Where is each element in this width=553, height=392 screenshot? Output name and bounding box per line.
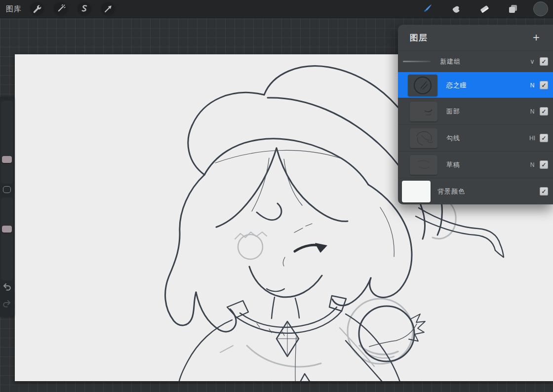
brush-size-handle[interactable] xyxy=(2,156,12,163)
layer-name: 勾线 xyxy=(446,134,460,143)
layer-row[interactable]: 草稿 N ✓ xyxy=(398,151,553,178)
top-toolbar: 图库 xyxy=(0,0,553,18)
layers-icon xyxy=(507,3,519,15)
layers-panel-title: 图层 xyxy=(410,32,428,43)
smudge-finger-icon xyxy=(450,3,462,15)
adjustments-button[interactable] xyxy=(52,1,69,16)
layer-visibility-checkbox[interactable]: ✓ xyxy=(540,81,548,89)
blend-mode-badge[interactable]: N xyxy=(526,108,539,115)
smudge-tool-button[interactable] xyxy=(447,1,464,16)
opacity-slider[interactable] xyxy=(1,197,13,280)
layers-panel: 图层 + 新建组 ∨ ✓ 恋之瞳 N ✓ xyxy=(398,25,553,204)
transform-arrow-icon xyxy=(103,4,113,14)
group-name: 新建组 xyxy=(440,57,461,66)
selection-s-icon xyxy=(79,4,89,14)
background-visibility-checkbox[interactable]: ✓ xyxy=(540,187,548,196)
modify-button[interactable] xyxy=(3,186,11,193)
undo-button[interactable] xyxy=(1,281,12,292)
opacity-handle[interactable] xyxy=(2,226,12,233)
layer-thumbnail xyxy=(410,102,437,121)
layer-thumbnail xyxy=(410,155,437,175)
brush-size-slider[interactable] xyxy=(1,101,13,184)
layer-row-selected[interactable]: 恋之瞳 N ✓ xyxy=(398,72,553,98)
blend-mode-badge[interactable]: N xyxy=(526,161,539,168)
selection-button[interactable] xyxy=(76,1,93,16)
undo-icon xyxy=(2,282,12,291)
layer-row[interactable]: 勾线 HI ✓ xyxy=(398,124,553,151)
group-visibility-checkbox[interactable]: ✓ xyxy=(540,57,548,66)
magic-wand-icon xyxy=(56,4,66,14)
group-thumbnail xyxy=(403,61,431,62)
wrench-icon xyxy=(32,4,42,14)
gallery-button[interactable]: 图库 xyxy=(6,4,22,14)
background-color-thumbnail xyxy=(402,181,431,202)
eraser-icon xyxy=(478,3,490,15)
background-color-name: 背景颜色 xyxy=(437,187,465,196)
layer-visibility-checkbox[interactable]: ✓ xyxy=(540,160,548,169)
redo-button[interactable] xyxy=(1,298,12,309)
background-color-row[interactable]: 背景颜色 ✓ xyxy=(398,178,553,204)
eraser-tool-button[interactable] xyxy=(476,1,493,16)
add-layer-button[interactable]: + xyxy=(529,31,543,44)
chevron-down-icon[interactable]: ∨ xyxy=(526,58,539,65)
blend-mode-badge[interactable]: N xyxy=(526,82,539,89)
layers-panel-header: 图层 + xyxy=(398,25,553,50)
layer-thumbnail xyxy=(408,75,437,96)
layer-name: 恋之瞳 xyxy=(446,81,467,90)
layer-name: 草稿 xyxy=(446,160,460,169)
layer-thumbnail xyxy=(410,128,437,148)
redo-icon xyxy=(2,299,12,308)
procreate-workspace: 图库 xyxy=(0,0,553,392)
layer-visibility-checkbox[interactable]: ✓ xyxy=(540,107,548,116)
layer-group-row[interactable]: 新建组 ∨ ✓ xyxy=(398,50,553,72)
layer-name: 面部 xyxy=(446,107,460,116)
layer-row[interactable]: 面部 N ✓ xyxy=(398,98,553,124)
sidebar-tool-strip xyxy=(0,97,14,317)
layers-panel-button[interactable] xyxy=(505,1,521,16)
transform-button[interactable] xyxy=(100,1,117,16)
color-swatch-button[interactable] xyxy=(533,1,548,16)
paint-brush-icon xyxy=(421,3,433,15)
layer-visibility-checkbox[interactable]: ✓ xyxy=(540,134,548,142)
actions-button[interactable] xyxy=(29,1,45,16)
blend-mode-badge[interactable]: HI xyxy=(526,135,539,142)
paint-tool-button[interactable] xyxy=(419,1,435,16)
